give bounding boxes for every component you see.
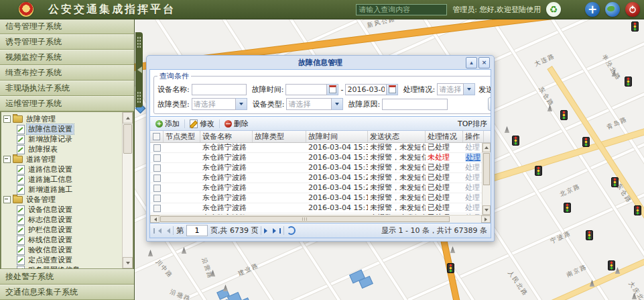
prev-page-button[interactable] xyxy=(164,228,170,234)
traffic-light-icon[interactable] xyxy=(560,110,568,120)
handle-link[interactable]: 处理 xyxy=(465,183,480,192)
tree-leaf-guardrail-info-settings[interactable]: 护栏信息设置 xyxy=(3,225,122,235)
refresh-icon[interactable] xyxy=(287,226,296,235)
row-checkbox[interactable] xyxy=(153,174,161,182)
row-checkbox[interactable] xyxy=(153,144,161,152)
traffic-light-icon[interactable] xyxy=(625,77,632,87)
fault-reason-input[interactable] xyxy=(382,99,448,110)
row-checkbox[interactable] xyxy=(153,185,161,192)
tree-leaf-fixed-point-patrol[interactable]: 定点巡查设置 xyxy=(3,255,122,265)
handle-link[interactable]: 处理 xyxy=(465,173,480,182)
tree-leaf-sign-info-settings[interactable]: 标志信息设置 xyxy=(3,215,122,225)
handle-status-select[interactable]: 请选择 xyxy=(437,83,475,95)
sidebar-item-signal-mgmt[interactable]: 信号管理子系统 xyxy=(0,19,134,34)
tree-folder-fault-mgmt[interactable]: 故障管理 xyxy=(3,114,122,124)
tree-leaf-fault-report[interactable]: 故障报表 xyxy=(3,144,122,154)
handle-link[interactable]: 处理 xyxy=(465,213,480,215)
grid-horizontal-scrollbar[interactable] xyxy=(150,215,491,223)
sidebar-item-guidance-mgmt[interactable]: 诱导管理子系统 xyxy=(0,34,134,50)
handle-link[interactable]: 处理 xyxy=(465,203,480,212)
camera-icon[interactable] xyxy=(504,126,510,133)
traffic-light-icon[interactable] xyxy=(634,205,641,215)
tree-leaf-acceptance-info-settings[interactable]: 验收信息设置 xyxy=(3,245,122,255)
delete-button[interactable]: 删除 xyxy=(222,119,251,129)
map-tiles-icon[interactable] xyxy=(566,3,580,16)
col-device-name[interactable]: 设备名称 xyxy=(200,131,253,142)
sidebar-item-video-monitor[interactable]: 视频监控子系统 xyxy=(0,50,134,65)
modify-button[interactable]: 修改 xyxy=(188,119,216,129)
tree-leaf-device-info-settings[interactable]: 设备信息设置 xyxy=(3,205,122,215)
tree-leaf-road-info-settings[interactable]: 道路信息设置 xyxy=(3,164,122,174)
scrollbar-thumb[interactable] xyxy=(123,124,132,154)
col-operation[interactable]: 操作 xyxy=(463,131,484,142)
traffic-light-icon[interactable] xyxy=(608,260,615,270)
traffic-light-icon[interactable] xyxy=(582,137,590,147)
col-fault-time[interactable]: 故障时间 xyxy=(306,131,368,142)
select-all-checkbox[interactable] xyxy=(153,133,160,140)
dialog-titlebar[interactable]: 故障信息管理 ▴ × xyxy=(149,56,491,69)
col-send-status[interactable]: 发送状态 xyxy=(368,131,426,142)
recycle-icon[interactable]: ♻ xyxy=(546,2,561,17)
panel-collapse-tab[interactable] xyxy=(135,32,143,107)
first-page-button[interactable] xyxy=(153,228,162,234)
traffic-light-icon[interactable] xyxy=(564,203,571,213)
row-checkbox[interactable] xyxy=(153,215,161,215)
tree-leaf-fault-info-settings[interactable]: 故障信息设置 xyxy=(3,124,122,134)
scroll-down-icon[interactable] xyxy=(123,257,133,268)
grid-vertical-scrollbar[interactable] xyxy=(482,143,491,215)
device-name-input[interactable] xyxy=(192,84,247,95)
sidebar-item-traffic-info-collect[interactable]: 交通信息采集子系统 xyxy=(0,285,134,300)
handle-link[interactable]: 处理 xyxy=(465,163,480,172)
row-checkbox[interactable] xyxy=(153,154,161,162)
sidebar-item-alarm-dispatch[interactable]: 接处警子系统 xyxy=(0,269,134,285)
sidebar-item-offsite-enforcement[interactable]: 非现场执法子系统 xyxy=(0,81,134,96)
collapse-left-icon[interactable] xyxy=(134,66,142,73)
table-row[interactable]: 东仓路宁波路 2016-03-04 15:17:01 未报警，未发短信 已处理 … xyxy=(150,193,491,203)
col-fault-type[interactable]: 故障类型 xyxy=(253,131,306,142)
scroll-right-icon[interactable] xyxy=(481,215,491,223)
collapse-dialog-icon[interactable]: ▴ xyxy=(466,57,477,68)
tree-leaf-new-fault-record[interactable]: 新增故障记录 xyxy=(3,134,122,144)
row-checkbox[interactable] xyxy=(153,164,161,172)
scrollbar-thumb[interactable] xyxy=(483,153,490,185)
last-page-button[interactable] xyxy=(273,228,281,234)
top-sort-label[interactable]: TOP排序 xyxy=(458,119,487,129)
map-canvas[interactable]: 新风公路 大连路 半泾北路 东仓路 青岛路 东仓路 北京路 宁波路 南京路 人民… xyxy=(134,19,644,300)
tree-leaf-server-network-info[interactable]: 服务器网络信息 xyxy=(3,265,122,268)
power-logout-icon[interactable] xyxy=(625,2,640,17)
close-dialog-icon[interactable]: × xyxy=(478,57,490,68)
add-button[interactable]: + 添加 xyxy=(153,119,182,129)
scroll-down-icon[interactable] xyxy=(482,205,491,215)
handle-link[interactable]: 处理 xyxy=(465,143,480,152)
table-row[interactable]: 东仓路宁波路 2016-03-04 15:30:00 未报警，未发短信 未处理 … xyxy=(150,153,491,163)
scroll-left-icon[interactable] xyxy=(150,215,159,223)
fault-time-from-input[interactable] xyxy=(285,84,327,95)
scroll-up-icon[interactable] xyxy=(482,143,491,152)
chevron-down-icon[interactable] xyxy=(236,98,247,110)
camera-icon[interactable] xyxy=(222,285,229,291)
handle-link[interactable]: 处理 xyxy=(465,153,481,162)
table-row[interactable]: 东仓路宁波路 2016-03-04 15:30:00 未报警，未发短信 已处理 … xyxy=(150,163,491,173)
fault-type-select[interactable]: 请选择 xyxy=(192,98,247,110)
globe-icon[interactable] xyxy=(605,2,620,17)
row-checkbox[interactable] xyxy=(153,205,161,212)
tree-folder-device-mgmt[interactable]: 设备管理 xyxy=(3,195,122,205)
tree-scrollbar[interactable] xyxy=(122,112,133,268)
row-checkbox[interactable] xyxy=(153,195,161,202)
chevron-down-icon[interactable] xyxy=(332,98,343,110)
scroll-up-icon[interactable] xyxy=(123,112,133,123)
table-row[interactable]: 东仓路宁波路 2016-03-04 15:17:01 未报警，未发短信 已处理 … xyxy=(150,213,491,215)
global-search-input[interactable] xyxy=(356,4,447,15)
collapse-icon[interactable] xyxy=(3,115,11,123)
device-type-select[interactable]: 请选择 xyxy=(286,98,343,110)
calendar-icon[interactable] xyxy=(387,84,398,95)
collapse-icon[interactable] xyxy=(3,156,11,163)
next-page-button[interactable] xyxy=(264,228,270,234)
camera-icon[interactable] xyxy=(147,250,153,256)
traffic-light-icon[interactable] xyxy=(512,136,519,146)
page-number-input[interactable] xyxy=(186,225,208,236)
tree-leaf-new-road-construction[interactable]: 新增道路施工 xyxy=(3,185,122,195)
chevron-down-icon[interactable] xyxy=(464,83,475,95)
tree-folder-road-mgmt[interactable]: 道路管理 xyxy=(3,154,122,164)
traffic-light-icon[interactable] xyxy=(447,263,454,273)
